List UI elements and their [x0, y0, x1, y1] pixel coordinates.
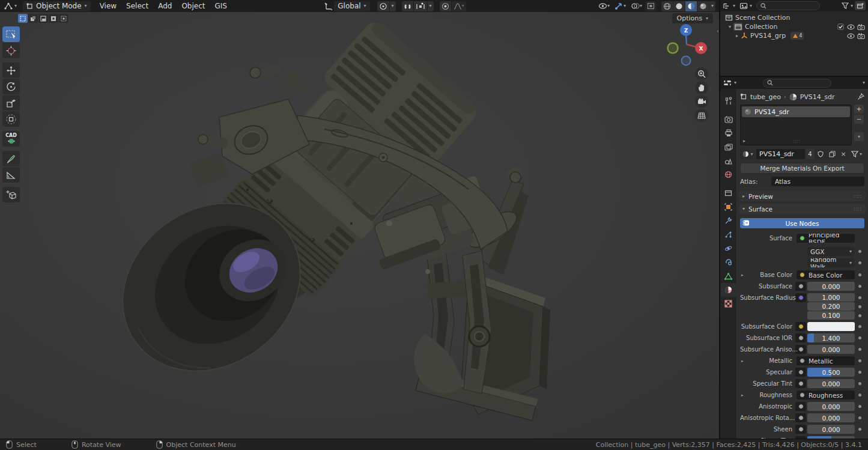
menu-add[interactable]: Add — [154, 2, 176, 10]
select-mode-extend-button[interactable] — [28, 14, 38, 23]
tool-annotate[interactable] — [2, 151, 20, 166]
param-link-field[interactable]: Roughness — [797, 391, 855, 400]
menu-select[interactable]: Select — [122, 2, 153, 10]
distribution-select[interactable]: GGX ▾ — [807, 247, 855, 256]
decorator-dot[interactable] — [858, 394, 861, 397]
zoom-view-button[interactable] — [695, 67, 708, 81]
param-value-field[interactable]: 0.000 — [807, 402, 855, 411]
tool-rotate[interactable] — [2, 79, 20, 94]
pivot-point-button[interactable] — [377, 1, 389, 11]
copy-material-icon[interactable] — [827, 149, 837, 159]
tab-collection[interactable] — [721, 186, 736, 200]
chevron-down-icon[interactable]: ▾ — [863, 81, 865, 85]
param-link-field[interactable]: Base Color — [797, 270, 855, 279]
socket-icon[interactable] — [795, 379, 806, 388]
editor-type-icon[interactable] — [4, 2, 13, 10]
proportional-editing-button[interactable] — [440, 1, 451, 11]
remove-slot-button[interactable]: − — [854, 115, 864, 124]
select-mode-invert-button[interactable] — [49, 14, 58, 23]
tool-measure[interactable] — [2, 167, 20, 183]
socket-icon[interactable] — [795, 333, 806, 342]
socket-icon[interactable] — [795, 413, 806, 422]
tool-cad-transform[interactable]: CAD — [2, 131, 20, 147]
slot-expand-arrow[interactable]: ▸ — [743, 139, 745, 144]
pan-view-button[interactable] — [695, 81, 708, 94]
tab-output[interactable] — [721, 126, 736, 140]
decorator-dot[interactable] — [858, 314, 861, 317]
param-value-field[interactable]: 0.000 — [807, 425, 855, 434]
new-collection-button[interactable] — [855, 1, 866, 10]
param-value-field[interactable]: 0.000 — [807, 282, 855, 291]
param-value-field[interactable]: 0.000 — [807, 345, 855, 354]
outliner-row-collection[interactable]: ▾ Collection — [720, 22, 868, 31]
collection-checkbox[interactable] — [836, 23, 845, 30]
snap-magnet-button[interactable] — [402, 1, 413, 11]
camera-view-button[interactable] — [695, 95, 708, 108]
properties-editor-type-icon[interactable] — [723, 79, 732, 87]
tool-move[interactable] — [2, 62, 20, 78]
param-value-field[interactable]: 0.200 — [807, 302, 855, 311]
disclosure-triangle-icon[interactable]: ▸ — [736, 34, 738, 38]
3d-viewport[interactable]: -3 -2 ▾ Object Mode ▾ View Select Add Ob… — [0, 0, 719, 439]
outliner-row-scene-collection[interactable]: Scene Collection — [720, 13, 868, 22]
decorator-dot[interactable] — [858, 405, 861, 408]
shading-wireframe-button[interactable] — [661, 1, 673, 11]
tool-select-box[interactable] — [2, 26, 20, 42]
decorator-dot[interactable] — [858, 348, 861, 351]
chevron-down-icon[interactable]: ▾ — [390, 1, 396, 11]
expand-arrow[interactable]: ▸ — [741, 273, 744, 278]
decorator-dot[interactable] — [858, 305, 861, 308]
material-slot-row[interactable]: PVS14_sdr — [742, 106, 850, 117]
panel-drag-grip[interactable]: ∷∷ — [854, 193, 862, 199]
socket-icon[interactable] — [795, 322, 806, 331]
decorator-dot[interactable] — [858, 371, 861, 374]
decorator-dot[interactable] — [858, 382, 861, 385]
select-mode-intersect-button[interactable] — [59, 14, 68, 23]
filter-icon[interactable]: ▾ — [849, 151, 864, 157]
tab-constraints[interactable] — [721, 255, 736, 269]
disclosure-triangle-icon[interactable]: ▾ — [729, 25, 731, 29]
preview-panel-header[interactable]: ▸ Preview ∷∷ — [739, 191, 866, 201]
perspective-ortho-button[interactable] — [695, 109, 708, 122]
tab-texture[interactable] — [721, 297, 736, 311]
tab-world[interactable] — [721, 168, 736, 181]
tab-object[interactable] — [721, 200, 736, 214]
gizmos-toggle-button[interactable]: ▾ — [613, 1, 628, 11]
filter-icon[interactable] — [842, 2, 849, 9]
unlink-material-icon[interactable]: × — [838, 149, 849, 159]
resize-grip[interactable]: ∷∷ — [794, 139, 801, 144]
menu-gis[interactable]: GIS — [210, 2, 231, 10]
param-value-field[interactable]: 0.000 — [807, 413, 855, 422]
socket-icon[interactable] — [795, 368, 806, 377]
breadcrumb-material[interactable]: PVS14_sdr — [800, 93, 835, 101]
menu-object[interactable]: Object — [177, 2, 209, 10]
tab-modifiers[interactable] — [721, 214, 736, 228]
tool-cursor[interactable] — [2, 43, 20, 58]
overlays-toggle-button[interactable]: ▾ — [629, 1, 644, 11]
expand-arrow[interactable]: ▸ — [741, 393, 744, 398]
material-name-field[interactable]: PVS14_sdr — [756, 149, 805, 159]
mode-select[interactable]: Object Mode ▾ — [23, 1, 91, 11]
slot-specials-button[interactable]: ▾ — [854, 132, 864, 141]
param-link-field[interactable]: Metallic — [797, 356, 855, 365]
decorator-dot[interactable] — [858, 428, 861, 431]
breadcrumb-object[interactable]: tube_geo — [750, 93, 781, 101]
menu-view[interactable]: View — [96, 2, 121, 10]
tab-render[interactable] — [721, 112, 736, 126]
panel-drag-grip[interactable]: ∷∷ — [854, 206, 862, 212]
proportional-falloff-button[interactable]: ▾ — [452, 1, 466, 11]
decorator-dot[interactable] — [858, 416, 861, 419]
decorator-dot[interactable] — [858, 250, 861, 253]
material-users-count[interactable]: 4 — [806, 149, 815, 159]
tab-scene[interactable] — [721, 154, 736, 168]
decorator-dot[interactable] — [858, 296, 861, 299]
tab-material[interactable] — [721, 283, 736, 297]
sidebar-toggle-arrow[interactable]: ‹ — [717, 28, 719, 34]
xray-toggle-button[interactable] — [645, 1, 657, 11]
socket-icon[interactable] — [800, 392, 805, 398]
properties-search-input[interactable] — [763, 79, 831, 88]
tool-scale[interactable] — [2, 95, 20, 111]
visibility-toggles-button[interactable]: ▾ — [596, 1, 612, 11]
tab-view-layer[interactable] — [721, 140, 736, 154]
select-mode-set-button[interactable] — [18, 14, 28, 23]
